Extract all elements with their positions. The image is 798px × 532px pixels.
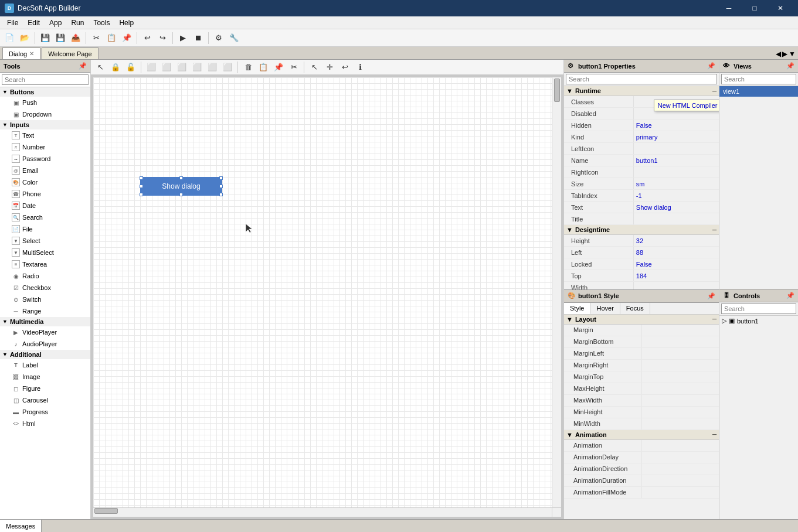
tool-switch[interactable]: ⊙ Switch <box>0 294 90 305</box>
prop-size-value[interactable]: sm <box>634 178 719 189</box>
menu-run[interactable]: Run <box>66 18 89 28</box>
style-tab-style[interactable]: Style <box>564 303 590 314</box>
tool-html[interactable]: <> Html <box>0 418 90 429</box>
style-margintop-value[interactable] <box>641 371 719 383</box>
tool-audioplayer[interactable]: ♪ AudioPlayer <box>0 338 90 350</box>
bottom-tab-messages[interactable]: Messages <box>0 520 42 532</box>
resize-tm[interactable] <box>179 176 183 180</box>
style-animation-value[interactable] <box>641 440 719 451</box>
prop-title-value[interactable] <box>634 213 719 224</box>
designer-lock-icon[interactable]: 🔒 <box>108 60 123 74</box>
views-pin-icon[interactable]: 📌 <box>786 62 794 70</box>
style-layout-header[interactable]: ▼ Layout ─ <box>564 315 719 325</box>
tool-progress[interactable]: ▬ Progress <box>0 406 90 418</box>
tab-welcome[interactable]: Welcome Page <box>42 47 98 59</box>
prop-width-value[interactable] <box>634 282 719 289</box>
prop-left-value[interactable]: 88 <box>634 247 719 258</box>
prop-tabindex-value[interactable]: -1 <box>634 190 719 201</box>
prop-name-value[interactable]: button1 <box>634 155 719 166</box>
tab-dialog-close[interactable]: ✕ <box>29 50 34 57</box>
redo-button[interactable]: ↪ <box>155 31 169 45</box>
props-runtime-header[interactable]: ▼ Runtime ─ <box>564 86 719 96</box>
tools-btn2[interactable]: 🔧 <box>227 31 241 45</box>
controls-search-input[interactable] <box>721 303 796 314</box>
designer-align-mc[interactable]: ⬜ <box>205 60 219 74</box>
tool-password[interactable]: •• Password <box>0 153 90 165</box>
menu-edit[interactable]: Edit <box>23 18 45 28</box>
style-minheight-value[interactable] <box>641 407 719 418</box>
prop-kind-value[interactable]: primary <box>634 131 719 142</box>
prop-hidden-value[interactable]: False <box>634 120 719 131</box>
views-search-input[interactable] <box>721 74 796 84</box>
menu-tools[interactable]: Tools <box>89 18 114 28</box>
maximize-button[interactable]: □ <box>742 0 768 16</box>
menu-file[interactable]: File <box>2 18 23 28</box>
tools-category-inputs[interactable]: ▼ Inputs <box>0 120 90 129</box>
hscroll-thumb[interactable] <box>94 508 118 514</box>
tool-textarea[interactable]: ≡ Textarea <box>0 258 90 270</box>
style-marginbottom-value[interactable] <box>641 336 719 347</box>
designer-delete-icon[interactable]: 🗑 <box>241 60 255 74</box>
prop-disabled-value[interactable]: New HTML Compiler 2022.12 <box>634 108 719 119</box>
vscroll-thumb[interactable] <box>554 79 560 102</box>
tool-range[interactable]: ─ Range <box>0 305 90 317</box>
designer-align-tl[interactable]: ⬜ <box>144 60 158 74</box>
designer-info-icon[interactable]: ℹ <box>353 60 367 74</box>
style-marginleft-value[interactable] <box>641 348 719 359</box>
resize-br[interactable] <box>219 193 223 196</box>
tools-pin-icon[interactable]: 📌 <box>79 62 87 70</box>
minimize-button[interactable]: ─ <box>716 0 742 16</box>
tool-multiselect[interactable]: ▼ MultiSelect <box>0 247 90 258</box>
canvas-button-widget[interactable]: Show dialog <box>140 177 222 196</box>
tools-search-input[interactable] <box>2 74 89 85</box>
tab-dialog[interactable]: Dialog ✕ <box>2 47 40 59</box>
style-maxheight-value[interactable] <box>641 383 719 394</box>
runtime-collapse-icon[interactable]: ─ <box>712 88 716 94</box>
save-button[interactable]: 💾 <box>38 31 52 45</box>
tool-videoplayer[interactable]: ▶ VideoPlayer <box>0 326 90 338</box>
tool-color[interactable]: 🎨 Color <box>0 176 90 188</box>
designer-pointer-icon[interactable]: ↖ <box>307 60 321 74</box>
open-button[interactable]: 📂 <box>18 31 32 45</box>
designer-paste-icon[interactable]: 📌 <box>271 60 286 74</box>
tool-image[interactable]: 🖼 Image <box>0 371 90 383</box>
menu-help[interactable]: Help <box>114 18 138 28</box>
designer-crosshair-icon[interactable]: ✛ <box>322 60 337 74</box>
tool-radio[interactable]: ◉ Radio <box>0 270 90 282</box>
controls-pin-icon[interactable]: 📌 <box>786 292 794 299</box>
style-animationfillmode-value[interactable] <box>641 487 719 498</box>
resize-ml[interactable] <box>140 185 143 188</box>
tool-number[interactable]: # Number <box>0 141 90 153</box>
tool-search[interactable]: 🔍 Search <box>0 212 90 223</box>
style-pin-icon[interactable]: 📌 <box>707 292 715 300</box>
style-animation-header[interactable]: ▼ Animation ─ <box>564 430 719 440</box>
resize-tr[interactable] <box>219 176 223 180</box>
prop-righticon-value[interactable] <box>634 166 719 178</box>
tool-date[interactable]: 📅 Date <box>0 200 90 212</box>
control-item-button1[interactable]: ▷ ▣ button1 <box>719 316 798 326</box>
style-animationdelay-value[interactable] <box>641 452 719 463</box>
designer-unlock-icon[interactable]: 🔓 <box>124 60 138 74</box>
tool-figure[interactable]: ◻ Figure <box>0 383 90 394</box>
resize-tl[interactable] <box>140 176 143 180</box>
run-button[interactable]: ▶ <box>176 31 190 45</box>
tools-btn1[interactable]: ⚙ <box>212 31 226 45</box>
tool-text[interactable]: T Text <box>0 129 90 141</box>
resize-bm[interactable] <box>179 193 183 196</box>
style-marginright-value[interactable] <box>641 360 719 371</box>
designer-canvas[interactable]: Show dialog <box>93 77 561 517</box>
view-item-view1[interactable]: view1 <box>719 86 798 97</box>
animation-collapse[interactable]: ─ <box>712 431 716 438</box>
tool-email[interactable]: @ Email <box>0 165 90 176</box>
undo-button[interactable]: ↩ <box>140 31 154 45</box>
props-designtime-header[interactable]: ▼ Designtime ─ <box>564 225 719 235</box>
props-search-input[interactable] <box>566 74 717 84</box>
canvas-scrollbar-h[interactable] <box>93 507 552 517</box>
designer-align-tc[interactable]: ⬜ <box>159 60 174 74</box>
tab-next-icon[interactable]: ▶ <box>782 50 787 58</box>
designer-cut-icon[interactable]: ✂ <box>287 60 301 74</box>
style-minwidth-value[interactable] <box>641 418 719 429</box>
style-margin-value[interactable] <box>641 325 719 336</box>
designer-select-icon[interactable]: ↖ <box>93 60 107 74</box>
tool-file[interactable]: 📄 File <box>0 223 90 235</box>
